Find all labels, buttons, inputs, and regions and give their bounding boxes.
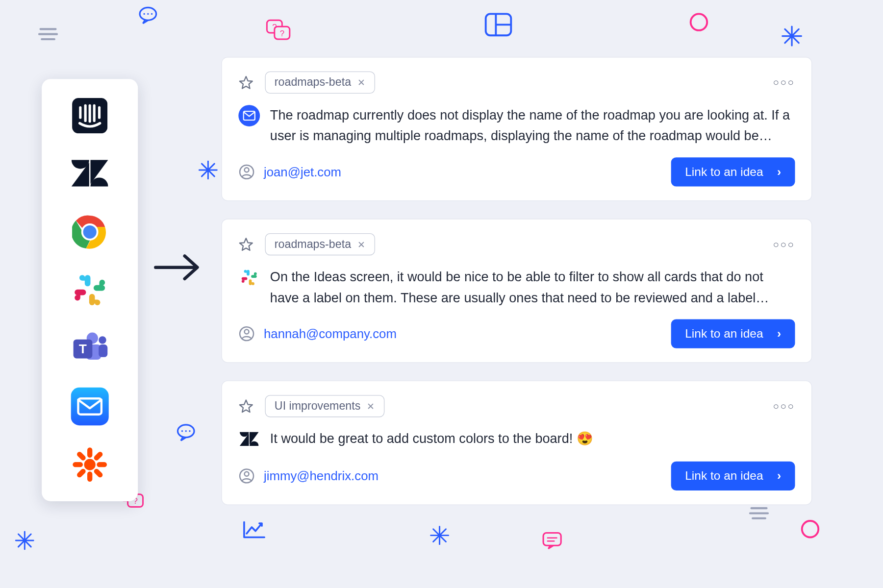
svg-rect-30 (85, 275, 91, 286)
integrations-panel: T (42, 79, 138, 501)
more-menu[interactable]: ○○○ (773, 77, 795, 88)
svg-rect-43 (87, 447, 92, 458)
lines-icon (749, 504, 771, 522)
person-icon (238, 468, 255, 485)
sparkle-icon (430, 526, 449, 545)
svg-rect-8 (486, 14, 511, 35)
svg-rect-45 (73, 462, 83, 467)
close-icon[interactable]: ✕ (357, 239, 366, 250)
link-idea-button[interactable]: Link to an idea › (671, 319, 795, 348)
svg-rect-47 (93, 451, 104, 462)
chevron-right-icon: › (777, 165, 781, 179)
button-label: Link to an idea (685, 165, 763, 179)
slack-source-icon (238, 267, 260, 289)
svg-point-42 (84, 459, 96, 470)
svg-point-13 (189, 430, 190, 432)
button-label: Link to an idea (685, 327, 763, 341)
chat-icon (176, 423, 196, 441)
author-email[interactable]: hannah@company.com (264, 327, 397, 342)
sparkle-icon (781, 25, 803, 47)
mail-app-icon (71, 388, 108, 425)
chevron-right-icon: › (777, 327, 781, 341)
svg-point-1 (143, 13, 145, 15)
trend-icon (240, 518, 267, 541)
feedback-card: UI improvements ✕ ○○○ It would be great … (222, 381, 812, 505)
chat-question-icon: ?? (266, 19, 291, 41)
person-icon (238, 164, 255, 180)
svg-point-0 (140, 7, 156, 20)
svg-rect-56 (249, 279, 252, 285)
person-icon (238, 326, 255, 343)
svg-rect-33 (75, 290, 86, 295)
svg-rect-50 (93, 468, 104, 479)
close-icon[interactable]: ✕ (357, 77, 366, 88)
tag-label: roadmaps-beta (275, 76, 351, 89)
link-idea-button[interactable]: Link to an idea › (671, 157, 795, 186)
svg-text:T: T (79, 342, 87, 356)
arrow-right-icon (152, 250, 206, 285)
link-idea-button[interactable]: Link to an idea › (671, 462, 795, 490)
teams-icon: T (71, 329, 108, 367)
svg-point-11 (181, 430, 183, 432)
mail-source-icon (238, 105, 260, 126)
zendesk-icon (71, 155, 108, 193)
feedback-card: roadmaps-beta ✕ ○○○ The roadmap currentl… (222, 57, 812, 201)
svg-point-35 (99, 336, 106, 343)
svg-rect-32 (89, 294, 95, 305)
author-email[interactable]: joan@jet.com (264, 165, 341, 179)
layout-icon (483, 11, 514, 38)
svg-rect-54 (247, 270, 250, 276)
svg-rect-44 (87, 471, 92, 482)
tag-label: roadmaps-beta (275, 238, 351, 251)
svg-rect-31 (94, 285, 105, 291)
svg-text:?: ? (280, 29, 284, 38)
svg-point-19 (802, 521, 819, 538)
svg-rect-4 (267, 20, 282, 33)
lines-icon (38, 25, 60, 43)
feedback-text: It would be great to add custom colors t… (270, 429, 593, 449)
feedback-text: The roadmap currently does not display t… (270, 105, 795, 146)
close-icon[interactable]: ✕ (367, 400, 375, 412)
svg-point-10 (177, 425, 194, 438)
star-icon[interactable] (238, 75, 253, 90)
svg-text:?: ? (272, 23, 277, 32)
intercom-icon (71, 97, 108, 134)
star-icon[interactable] (238, 237, 253, 252)
svg-point-61 (245, 472, 249, 476)
zapier-icon (71, 445, 108, 483)
tag-chip[interactable]: UI improvements ✕ (265, 395, 385, 417)
chrome-icon (71, 213, 108, 251)
circle-icon (800, 518, 821, 540)
svg-rect-6 (275, 26, 290, 39)
svg-rect-55 (251, 275, 257, 278)
svg-rect-57 (242, 277, 248, 280)
sparkle-icon (15, 531, 34, 550)
chat-icon (138, 6, 158, 24)
cards-list: roadmaps-beta ✕ ○○○ The roadmap currentl… (222, 57, 812, 505)
zendesk-source-icon (238, 429, 260, 450)
svg-rect-40 (71, 388, 108, 425)
svg-rect-37 (99, 344, 107, 357)
button-label: Link to an idea (685, 469, 763, 483)
chevron-right-icon: › (777, 469, 781, 483)
svg-point-53 (245, 168, 249, 172)
svg-point-9 (691, 14, 707, 30)
svg-rect-46 (97, 462, 107, 467)
tag-chip[interactable]: roadmaps-beta ✕ (265, 233, 376, 255)
more-menu[interactable]: ○○○ (773, 239, 795, 250)
feedback-text: On the Ideas screen, it would be nice to… (270, 267, 795, 308)
sparkle-icon (199, 161, 218, 180)
svg-point-3 (151, 13, 152, 15)
svg-rect-18 (543, 533, 561, 545)
circle-icon (688, 11, 710, 33)
author-email[interactable]: jimmy@hendrix.com (264, 469, 378, 484)
tag-label: UI improvements (275, 400, 361, 413)
svg-rect-49 (76, 451, 87, 462)
star-icon[interactable] (238, 399, 253, 414)
svg-point-59 (245, 330, 249, 334)
svg-point-2 (147, 13, 149, 15)
feedback-card: roadmaps-beta ✕ ○○○ On the Ideas screen,… (222, 219, 812, 363)
svg-rect-48 (76, 468, 87, 479)
more-menu[interactable]: ○○○ (773, 400, 795, 412)
tag-chip[interactable]: roadmaps-beta ✕ (265, 72, 376, 94)
